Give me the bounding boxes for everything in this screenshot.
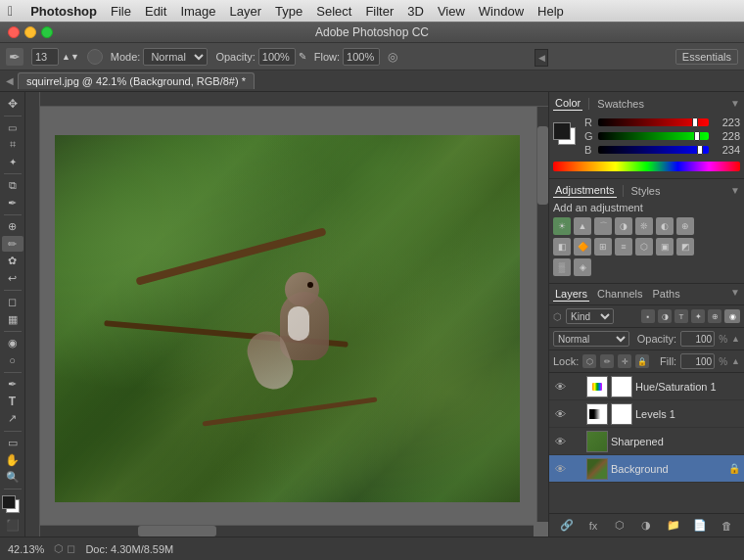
menu-view[interactable]: View xyxy=(438,4,465,19)
layer-eye-icon[interactable]: 👁 xyxy=(553,380,567,394)
fg-bg-colors[interactable] xyxy=(553,122,581,150)
filter-type-btn[interactable]: T xyxy=(674,309,688,323)
document-tab[interactable]: squirrel.jpg @ 42.1% (Background, RGB/8#… xyxy=(18,72,255,89)
layer-new-btn[interactable]: 📄 xyxy=(691,517,709,535)
color-panel-menu[interactable]: ▼ xyxy=(730,98,740,109)
layer-opacity-input[interactable] xyxy=(680,331,715,347)
vertical-scrollbar[interactable] xyxy=(536,107,548,522)
fg-color-swatch[interactable] xyxy=(553,122,571,140)
layer-eye-icon[interactable]: 👁 xyxy=(553,462,567,476)
hand-tool[interactable]: ✋ xyxy=(2,452,23,468)
menu-layer[interactable]: Layer xyxy=(230,4,262,19)
swatches-tab[interactable]: Swatches xyxy=(595,97,646,111)
horizontal-scrollbar[interactable] xyxy=(40,525,534,537)
layer-effects-btn[interactable]: fx xyxy=(584,517,602,535)
layer-link-icon[interactable] xyxy=(570,435,583,448)
lock-pixels-icon[interactable]: ✏ xyxy=(600,354,614,368)
photo-filter-icon[interactable]: 🔶 xyxy=(574,238,591,256)
type-tool[interactable]: T xyxy=(2,394,23,409)
layer-link-icon[interactable] xyxy=(570,462,583,476)
menu-window[interactable]: Window xyxy=(479,4,524,19)
layers-panel-menu[interactable]: ▼ xyxy=(730,287,740,302)
channel-mixer-icon[interactable]: ⊞ xyxy=(594,238,612,256)
layer-kind-select[interactable]: Kind Name Effect xyxy=(566,308,614,324)
layer-link-icon[interactable] xyxy=(570,407,583,421)
flow-input[interactable] xyxy=(343,48,380,66)
color-spectrum-bar[interactable] xyxy=(553,162,740,171)
color-tab[interactable]: Color xyxy=(553,96,582,111)
canvas-area[interactable] xyxy=(25,92,548,537)
vibrance-icon[interactable]: ❊ xyxy=(635,217,653,235)
layers-tab[interactable]: Layers xyxy=(553,287,589,302)
app-name[interactable]: Photoshop xyxy=(30,4,97,19)
green-slider-thumb[interactable] xyxy=(694,131,700,141)
menu-3d[interactable]: 3D xyxy=(407,4,424,19)
green-slider[interactable] xyxy=(598,132,709,140)
opacity-input[interactable] xyxy=(258,48,296,66)
lock-all-icon[interactable]: 🔒 xyxy=(635,354,649,368)
maximize-button[interactable] xyxy=(41,26,53,38)
layer-mask-btn[interactable]: ⬡ xyxy=(611,517,628,535)
channels-tab[interactable]: Channels xyxy=(595,287,644,302)
filter-smart-icon[interactable]: ⊕ xyxy=(708,309,721,323)
levels-icon[interactable]: ▲ xyxy=(574,217,591,235)
eraser-tool[interactable]: ◻ xyxy=(2,295,23,310)
layer-group-btn[interactable]: 📁 xyxy=(665,517,682,535)
color-selector[interactable] xyxy=(2,495,23,513)
mode-select[interactable]: Normal Multiply Screen xyxy=(143,48,208,66)
layer-delete-btn[interactable]: 🗑 xyxy=(718,517,735,535)
adj-panel-menu[interactable]: ▼ xyxy=(730,185,740,196)
image-canvas[interactable] xyxy=(55,135,520,502)
screen-mode-button[interactable]: ⬛ xyxy=(2,517,23,533)
curves-icon[interactable]: ⌒ xyxy=(594,217,612,235)
blue-slider[interactable] xyxy=(598,146,709,154)
opacity-toggle-icon[interactable]: ✎ xyxy=(299,51,306,62)
blur-tool[interactable]: ◉ xyxy=(2,336,23,351)
move-tool[interactable]: ✥ xyxy=(2,96,23,112)
horizontal-scrollbar-thumb[interactable] xyxy=(138,526,216,537)
quickselect-tool[interactable]: ✦ xyxy=(2,155,23,170)
hue-saturation-icon[interactable]: ◐ xyxy=(656,217,674,235)
layer-item[interactable]: 👁 Levels 1 xyxy=(549,400,744,428)
bw-icon[interactable]: ◧ xyxy=(553,238,571,256)
brush-size-arrows[interactable]: ▲▼ xyxy=(62,52,79,62)
eyedropper-tool[interactable]: ✒ xyxy=(2,195,23,210)
history-brush-tool[interactable]: ↩ xyxy=(2,271,23,287)
styles-tab[interactable]: Styles xyxy=(629,184,663,198)
invert-icon[interactable]: ⬡ xyxy=(635,238,653,256)
brush-tool[interactable]: ✏ xyxy=(2,236,23,252)
threshold-icon[interactable]: ◩ xyxy=(676,238,694,256)
shape-tool[interactable]: ▭ xyxy=(2,435,23,450)
zoom-tool[interactable]: 🔍 xyxy=(2,470,23,486)
menu-filter[interactable]: Filter xyxy=(365,4,394,19)
fill-arrows[interactable]: ▲ xyxy=(731,356,740,366)
filter-pixel-icon[interactable]: ▪ xyxy=(641,309,655,323)
exposure-icon[interactable]: ◑ xyxy=(615,217,632,235)
color-lookup-icon[interactable]: ≡ xyxy=(615,238,632,256)
filter-toggle[interactable]: ◉ xyxy=(724,309,740,323)
vertical-scrollbar-thumb[interactable] xyxy=(537,126,548,205)
paths-tab[interactable]: Paths xyxy=(651,287,682,302)
pen-tool[interactable]: ✒ xyxy=(2,377,23,393)
healing-tool[interactable]: ⊕ xyxy=(2,219,23,235)
minimize-button[interactable] xyxy=(24,26,36,38)
layer-item[interactable]: 👁 Sharpened xyxy=(549,428,744,455)
layer-link-btn[interactable]: 🔗 xyxy=(558,517,576,535)
menu-edit[interactable]: Edit xyxy=(145,4,166,19)
brightness-contrast-icon[interactable]: ☀ xyxy=(553,217,571,235)
essentials-button[interactable]: Essentials xyxy=(675,49,738,65)
lock-transparent-icon[interactable]: ⬡ xyxy=(582,354,596,368)
filter-adjust-icon[interactable]: ◑ xyxy=(658,309,672,323)
blend-mode-select[interactable]: Normal Multiply Screen xyxy=(553,331,629,347)
gradient-tool[interactable]: ▦ xyxy=(2,312,23,328)
close-button[interactable] xyxy=(8,26,20,38)
blue-slider-thumb[interactable] xyxy=(697,145,703,155)
dodge-tool[interactable]: ○ xyxy=(2,352,23,368)
lasso-tool[interactable]: ⌗ xyxy=(2,137,23,153)
red-slider[interactable] xyxy=(598,118,709,126)
menu-file[interactable]: File xyxy=(111,4,131,19)
crop-tool[interactable]: ⧉ xyxy=(2,178,23,194)
filter-shape-icon[interactable]: ✦ xyxy=(691,309,705,323)
fg-color-box[interactable] xyxy=(2,495,16,509)
menu-select[interactable]: Select xyxy=(316,4,351,19)
